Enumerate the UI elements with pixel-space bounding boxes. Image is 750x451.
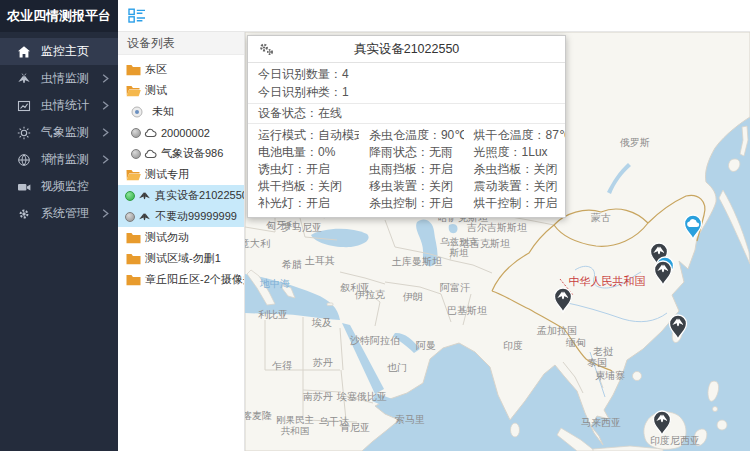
folder-closed-icon — [126, 64, 141, 76]
tree-node-label: 20000002 — [161, 127, 210, 139]
popup-detail-cell: 补光灯：开启 — [248, 195, 359, 212]
popup-header: 真实设备21022550 — [248, 36, 565, 63]
tree-node-label: 气象设备986 — [161, 146, 223, 161]
gear-icon — [16, 206, 31, 221]
sidebar-item-label: 墒情监测 — [41, 151, 102, 168]
popup-detail-cell: 杀虫挡板：关闭 — [464, 161, 565, 178]
device-marker-bug-4[interactable] — [667, 312, 689, 340]
popup-detail-cell: 杀虫控制：开启 — [359, 195, 464, 212]
sidebar-item-insect-statistics[interactable]: 虫情统计 — [0, 92, 118, 119]
app-window: 农业四情测报平台 监控主页虫情监测虫情统计气象监测墒情监测视频监控系统管理 设备… — [0, 0, 750, 451]
sidebar-item-weather-monitoring[interactable]: 气象监测 — [0, 119, 118, 146]
popup-summary-row: 今日识别数量：4 — [248, 65, 565, 83]
popup-detail-cell: 运行模式：自动模式 — [248, 127, 359, 144]
tree-node-test-area-no-delete-1[interactable]: 测试区域-勿删1 — [118, 248, 244, 269]
folder-closed-icon — [126, 274, 141, 286]
device-info-popup: 真实设备21022550 今日识别数量：4今日识别种类：1 设备状态：在线 运行… — [247, 35, 566, 218]
tree-node-label: 真实设备21022550 — [155, 188, 244, 203]
tree-node-unknown[interactable]: 未知 — [118, 101, 244, 122]
folder-open-icon — [126, 169, 141, 181]
popup-summary-row: 今日识别种类：1 — [248, 83, 565, 101]
globe-icon — [16, 152, 31, 167]
gears-icon[interactable] — [258, 41, 275, 57]
tree-node-label: 不要动99999999 — [155, 209, 237, 224]
sidebar-item-soil-moisture-monitoring[interactable]: 墒情监测 — [0, 146, 118, 173]
sidebar-item-insect-monitoring[interactable]: 虫情监测 — [0, 65, 118, 92]
device-list-panel: 设备列表 东区测试未知20000002气象设备986测试专用真实设备210225… — [118, 32, 245, 451]
dome-icon — [131, 106, 143, 118]
tree-node-label: 测试 — [145, 83, 167, 98]
tree-node-weather-device-986[interactable]: 气象设备986 — [118, 143, 244, 164]
tree-node-test-dedicated[interactable]: 测试专用 — [118, 164, 244, 185]
tree-node-label: 东区 — [145, 62, 167, 77]
popup-detail-cell: 诱虫灯：开启 — [248, 161, 359, 178]
line-chart-icon — [16, 98, 31, 113]
popup-detail-cell: 光照度：1Lux — [464, 144, 565, 161]
device-marker-bug-5[interactable] — [651, 408, 673, 436]
chevron-right-icon — [102, 128, 109, 137]
chevron-right-icon — [102, 101, 109, 110]
sidebar-item-label: 气象监测 — [41, 124, 102, 141]
device-marker-bug-2[interactable] — [652, 258, 674, 286]
tree-node-label: 测试勿动 — [145, 230, 189, 245]
tree-node-zhangqiu-2-cameras[interactable]: 章丘阳丘区-2个摄像头 — [118, 269, 244, 290]
sidebar-item-label: 监控主页 — [41, 43, 118, 60]
status-dot-gray — [131, 128, 141, 138]
folder-closed-icon — [126, 232, 141, 244]
popup-detail-cell: 降雨状态：无雨 — [359, 144, 464, 161]
tree-node-device-20000002[interactable]: 20000002 — [118, 122, 244, 143]
sidebar-item-label: 虫情统计 — [41, 97, 102, 114]
sidebar-item-label: 系统管理 — [41, 205, 102, 222]
popup-detail-cell: 虫雨挡板：开启 — [359, 161, 464, 178]
tree-node-test[interactable]: 测试 — [118, 80, 244, 101]
sun-icon — [16, 125, 31, 140]
sidebar-nav: 监控主页虫情监测虫情统计气象监测墒情监测视频监控系统管理 — [0, 32, 118, 227]
sidebar-item-label: 虫情监测 — [41, 70, 102, 87]
device-list-title: 设备列表 — [118, 32, 244, 55]
topbar — [118, 0, 750, 32]
tree-node-real-device-21022550[interactable]: 真实设备21022550 — [118, 185, 244, 206]
video-camera-icon — [16, 179, 31, 194]
tree-node-do-not-move-99999999[interactable]: 不要动99999999 — [118, 206, 244, 227]
sidebar-item-system-management[interactable]: 系统管理 — [0, 200, 118, 227]
tree-node-label: 章丘阳丘区-2个摄像头 — [145, 272, 244, 287]
content: 设备列表 东区测试未知20000002气象设备986测试专用真实设备210225… — [118, 32, 750, 451]
chevron-right-icon — [102, 74, 109, 83]
popup-detail-cell: 烘干挡板：关闭 — [248, 178, 359, 195]
tree-node-east-district[interactable]: 东区 — [118, 59, 244, 80]
popup-detail-cell: 烘干仓温度：87℃ — [464, 127, 565, 144]
map[interactable]: 俄罗斯蒙古哈萨克斯坦乌兹别克斯坦土库曼斯坦吉尔吉斯斯坦塔吉克斯坦中华人民共和国乌… — [245, 32, 750, 451]
popup-detail-cell: 移虫装置：关闭 — [359, 178, 464, 195]
device-marker-cloud-1[interactable] — [682, 212, 704, 240]
main-area: 设备列表 东区测试未知20000002气象设备986测试专用真实设备210225… — [118, 0, 750, 451]
popup-summary: 今日识别数量：4今日识别种类：1 — [248, 63, 565, 104]
tree-node-label: 测试区域-勿删1 — [145, 251, 221, 266]
tree-node-label: 测试专用 — [145, 167, 189, 182]
folder-closed-icon — [126, 253, 141, 265]
tree-node-label: 未知 — [152, 104, 174, 119]
chevron-right-icon — [102, 155, 109, 164]
chevron-right-icon — [102, 209, 109, 218]
folder-open-icon — [126, 85, 141, 97]
sidebar-item-monitoring-home[interactable]: 监控主页 — [0, 38, 118, 65]
popup-detail-cell: 杀虫仓温度：90℃ — [359, 127, 464, 144]
sidebar-item-video-surveillance[interactable]: 视频监控 — [0, 173, 118, 200]
popup-detail-cell: 烘干控制：开启 — [464, 195, 565, 212]
home-icon — [16, 44, 31, 59]
bug-device-icon — [138, 189, 151, 202]
bug-device-icon — [138, 210, 151, 223]
sidebar: 农业四情测报平台 监控主页虫情监测虫情统计气象监测墒情监测视频监控系统管理 — [0, 0, 118, 451]
popup-detail-cell: 电池电量：0% — [248, 144, 359, 161]
status-dot-gray — [125, 212, 135, 222]
popup-detail-cell: 震动装置：关闭 — [464, 178, 565, 195]
sidebar-item-label: 视频监控 — [41, 178, 118, 195]
weather-device-icon — [144, 148, 157, 159]
status-dot-gray — [131, 149, 141, 159]
layout-list-icon[interactable] — [128, 8, 146, 24]
app-title: 农业四情测报平台 — [0, 0, 118, 32]
device-marker-bug-3[interactable] — [552, 285, 574, 313]
device-tree: 东区测试未知20000002气象设备986测试专用真实设备21022550不要动… — [118, 55, 244, 290]
weather-device-icon — [144, 127, 157, 138]
popup-title: 真实设备21022550 — [248, 41, 565, 58]
tree-node-test-no-touch[interactable]: 测试勿动 — [118, 227, 244, 248]
